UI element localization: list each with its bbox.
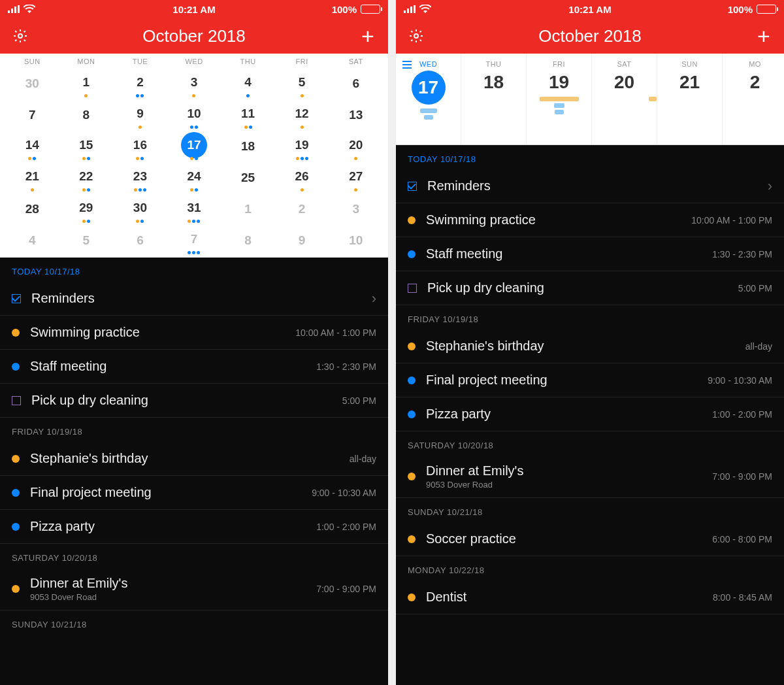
day-cell[interactable]: 13: [329, 99, 383, 131]
day-cell[interactable]: 3: [167, 68, 221, 99]
day-cell[interactable]: 24: [167, 162, 221, 193]
event-row[interactable]: Staff meeting1:30 - 2:30 PM: [396, 237, 784, 271]
add-event-button[interactable]: +: [755, 27, 772, 44]
event-row[interactable]: Stephanie's birthdayall-day: [0, 442, 388, 476]
day-cell[interactable]: 15: [59, 131, 114, 162]
event-row[interactable]: Stephanie's birthdayall-day: [396, 329, 784, 363]
day-cell[interactable]: 5: [59, 225, 114, 256]
event-row[interactable]: Pick up dry cleaning5:00 PM: [0, 384, 388, 418]
event-row[interactable]: Pick up dry cleaning5:00 PM: [396, 271, 784, 305]
event-color-dot: [408, 342, 416, 350]
event-row[interactable]: Final project meeting9:00 - 10:30 AM: [0, 476, 388, 510]
section-header: TODAY 10/17/18: [396, 145, 784, 169]
event-row[interactable]: Soccer practice6:00 - 8:00 PM: [396, 522, 784, 556]
week-day[interactable]: THU18: [461, 54, 527, 144]
day-cell[interactable]: 10: [329, 225, 383, 256]
day-cell[interactable]: 12: [275, 99, 329, 131]
svg-rect-6: [407, 8, 409, 13]
day-cell[interactable]: 1: [59, 68, 114, 99]
event-row[interactable]: Swimming practice10:00 AM - 1:00 PM: [0, 316, 388, 350]
list-toggle-icon[interactable]: [402, 60, 412, 69]
add-event-button[interactable]: +: [359, 27, 376, 44]
event-color-dot: [12, 489, 20, 497]
event-row[interactable]: Swimming practice10:00 AM - 1:00 PM: [396, 203, 784, 237]
week-day[interactable]: WED17: [396, 54, 461, 144]
settings-button[interactable]: [408, 27, 425, 44]
day-cell[interactable]: 8: [221, 225, 275, 256]
day-cell[interactable]: 20: [329, 131, 383, 162]
event-row[interactable]: Dentist8:00 - 8:45 AM: [396, 580, 784, 614]
todo-checkbox[interactable]: [408, 284, 417, 293]
event-color-dot: [408, 535, 416, 543]
event-row[interactable]: Dinner at Emily's9053 Dover Road7:00 - 9…: [396, 456, 784, 498]
day-cell[interactable]: 6: [113, 225, 167, 256]
svg-rect-11: [402, 64, 412, 65]
week-day[interactable]: MO2: [723, 54, 784, 144]
day-cell[interactable]: 26: [275, 162, 329, 193]
signal-icon: [8, 4, 20, 15]
day-cell[interactable]: 27: [329, 162, 383, 193]
todo-checkbox[interactable]: [12, 396, 21, 405]
settings-button[interactable]: [12, 27, 29, 44]
event-row[interactable]: Final project meeting9:00 - 10:30 AM: [396, 363, 784, 397]
dow-label: TUE: [113, 58, 167, 65]
day-cell[interactable]: 9: [275, 225, 329, 256]
event-row[interactable]: Reminders›: [0, 282, 388, 316]
week-day[interactable]: SAT20: [592, 54, 657, 144]
day-cell[interactable]: 25: [221, 162, 275, 193]
week-day[interactable]: SUN21: [657, 54, 723, 144]
day-cell[interactable]: 29: [59, 193, 114, 225]
day-cell[interactable]: 14: [5, 131, 59, 162]
section-header: FRIDAY 10/19/18: [396, 305, 784, 329]
event-color-dot: [12, 585, 20, 593]
status-time: 10:21 AM: [172, 4, 215, 15]
svg-rect-7: [410, 7, 412, 13]
svg-rect-2: [14, 7, 16, 13]
signal-icon: [404, 4, 416, 15]
day-cell[interactable]: 6: [329, 68, 383, 99]
day-cell[interactable]: 8: [59, 99, 114, 131]
battery-pct: 100%: [728, 4, 753, 15]
day-cell[interactable]: 3: [329, 193, 383, 225]
event-row[interactable]: Dinner at Emily's9053 Dover Road7:00 - 9…: [0, 568, 388, 610]
day-cell[interactable]: 2: [113, 68, 167, 99]
day-cell[interactable]: 16: [113, 131, 167, 162]
day-cell[interactable]: 31: [167, 193, 221, 225]
day-cell[interactable]: 21: [5, 162, 59, 193]
svg-point-9: [414, 34, 418, 38]
day-cell[interactable]: 30: [113, 193, 167, 225]
day-cell[interactable]: 17: [167, 131, 221, 162]
day-cell[interactable]: 19: [275, 131, 329, 162]
svg-point-4: [18, 34, 22, 38]
week-strip[interactable]: WED17THU18FRI19SAT20SUN21MO2: [396, 54, 784, 145]
day-cell[interactable]: 9: [113, 99, 167, 131]
day-cell[interactable]: 1: [221, 193, 275, 225]
day-cell[interactable]: 7: [5, 99, 59, 131]
day-cell[interactable]: 7: [167, 225, 221, 256]
status-bar: 10:21 AM 100%: [396, 0, 784, 18]
day-cell[interactable]: 23: [113, 162, 167, 193]
event-list-left[interactable]: TODAY 10/17/18Reminders›Swimming practic…: [0, 258, 388, 685]
day-cell[interactable]: 11: [221, 99, 275, 131]
day-cell[interactable]: 2: [275, 193, 329, 225]
header-title[interactable]: October 2018: [538, 26, 642, 46]
section-header: SATURDAY 10/20/18: [396, 431, 784, 456]
day-cell[interactable]: 5: [275, 68, 329, 99]
week-day[interactable]: FRI19: [527, 54, 592, 144]
event-row[interactable]: Pizza party1:00 - 2:00 PM: [396, 397, 784, 431]
event-row[interactable]: Pizza party1:00 - 2:00 PM: [0, 510, 388, 544]
event-row[interactable]: Staff meeting1:30 - 2:30 PM: [0, 350, 388, 384]
header-title[interactable]: October 2018: [142, 26, 246, 46]
day-cell[interactable]: 22: [59, 162, 114, 193]
day-cell[interactable]: 28: [5, 193, 59, 225]
day-cell[interactable]: 4: [5, 225, 59, 256]
event-row[interactable]: Reminders›: [396, 169, 784, 203]
day-cell[interactable]: 18: [221, 131, 275, 162]
day-cell[interactable]: 30: [5, 68, 59, 99]
status-time: 10:21 AM: [568, 4, 611, 15]
event-list-right[interactable]: TODAY 10/17/18Reminders›Swimming practic…: [396, 145, 784, 685]
day-cell[interactable]: 4: [221, 68, 275, 99]
chevron-right-icon: ›: [768, 178, 772, 195]
day-cell[interactable]: 10: [167, 99, 221, 131]
status-bar: 10:21 AM 100%: [0, 0, 388, 18]
